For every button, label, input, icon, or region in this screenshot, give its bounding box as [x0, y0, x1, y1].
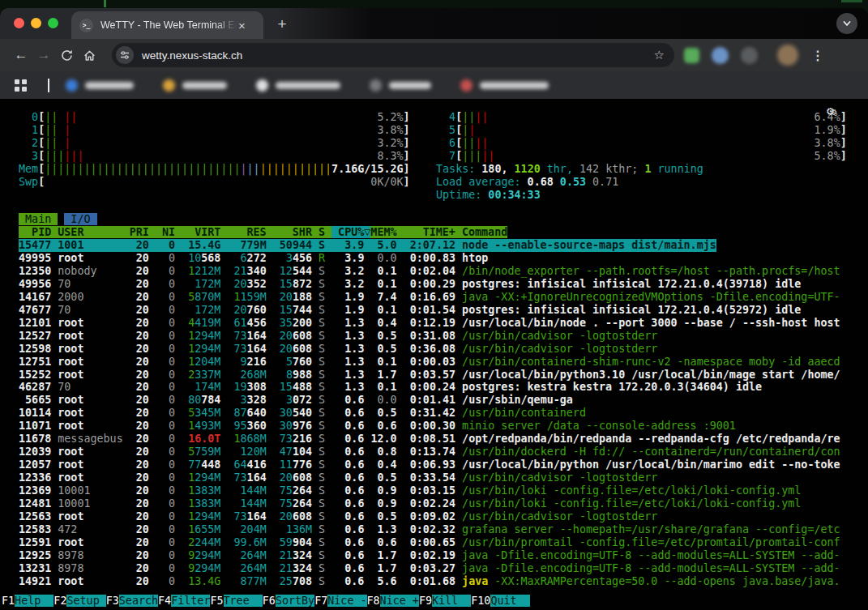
process-row-13231[interactable]: 13231 8978 20 0 9294M 264M 21324 S 0.6 1…	[19, 562, 840, 575]
profile-avatar[interactable]	[777, 45, 798, 66]
new-tab-button[interactable]: +	[271, 14, 293, 36]
sort-column-cpu[interactable]: CPU%▽	[331, 226, 370, 238]
browser-menu-icon[interactable]: ⋮	[811, 48, 824, 63]
uptime-line: Uptime: 00:34:33	[436, 189, 847, 202]
process-row-12598[interactable]: 12598 root 20 0 1294M 73164 20608 S 1.3 …	[19, 343, 657, 356]
process-row-10114[interactable]: 10114 root 20 0 5345M 87640 30540 S 0.6 …	[19, 407, 586, 420]
fkey-f8[interactable]: F8Nice +	[367, 595, 419, 607]
bookmark-label	[276, 82, 340, 89]
wallpaper-accent	[841, 0, 862, 2]
tab-close-icon[interactable]: ×	[238, 19, 246, 32]
bookmark-label	[85, 82, 134, 89]
fkey-f3[interactable]: F3Search	[106, 595, 158, 607]
htop-meters-left: 0[|| || 5.2%] 1[|| | 3.8%] 2[|| | 3.2%] …	[19, 111, 410, 189]
tab-strip: >_ WeTTY - The Web Terminal Em × +	[0, 8, 868, 39]
bookmark-label	[389, 82, 431, 89]
home-button[interactable]	[78, 44, 100, 66]
address-bar[interactable]: wetty.nexus-stack.ch ☆	[112, 43, 674, 67]
tune-icon	[120, 50, 130, 60]
fkey-f2[interactable]: F2Setup	[53, 595, 105, 607]
back-button[interactable]: ←	[10, 44, 32, 66]
apps-grid-icon[interactable]	[15, 79, 27, 92]
process-row-14167[interactable]: 14167 2000 20 0 5870M 1159M 20188 S 1.9 …	[19, 291, 840, 304]
bookmark-favicon-icon	[370, 79, 382, 92]
process-row-47677[interactable]: 47677 70 20 0 172M 20760 15744 S 1.9 0.1…	[19, 304, 801, 317]
browser-tab[interactable]: >_ WeTTY - The Web Terminal Em ×	[71, 11, 263, 39]
cpu-meter-1: 1[|| | 3.8%]	[19, 124, 410, 137]
process-row-14921[interactable]: 14921 root 20 0 13.4G 877M 25708 S 0.6 5…	[19, 575, 840, 588]
process-row-46287[interactable]: 46287 70 20 0 174M 19308 15488 S 1.3 0.1…	[19, 381, 762, 394]
htop-screen-tabs: Main I/O	[19, 213, 97, 226]
htop-tab-main[interactable]: Main	[19, 213, 58, 225]
cpu-meter-0: 0[|| || 5.2%]	[19, 111, 410, 124]
cpu-meter-7: 7[||||| 5.8%]	[436, 150, 847, 163]
reload-button[interactable]	[55, 44, 78, 66]
bookmark-item[interactable]	[256, 79, 340, 92]
url-text[interactable]: wetty.nexus-stack.ch	[142, 49, 654, 62]
process-row-12336[interactable]: 12336 root 20 0 1294M 73164 20608 S 0.6 …	[19, 471, 657, 484]
process-row-12481[interactable]: 12481 10001 20 0 1383M 144M 75264 S 0.6 …	[19, 497, 801, 510]
bookmark-star-icon[interactable]: ☆	[654, 48, 665, 62]
swap-meter: Swp[ 0K/0K]	[19, 176, 410, 189]
process-row-12350[interactable]: 12350 nobody 20 0 1212M 21340 12544 S 3.…	[19, 265, 840, 278]
bookmark-item[interactable]	[460, 79, 549, 92]
process-row-12369[interactable]: 12369 10001 20 0 1383M 144M 75264 S 0.6 …	[19, 484, 801, 497]
process-row-12583[interactable]: 12583 472 20 0 1655M 204M 136M S 0.6 1.3…	[19, 523, 840, 536]
process-row-5665[interactable]: 5665 root 20 0 80784 3328 3072 S 0.6 0.0…	[19, 394, 573, 407]
extensions-area	[684, 47, 758, 64]
process-row-12563[interactable]: 12563 root 20 0 1294M 73164 20608 S 0.6 …	[19, 510, 657, 523]
bookmarks-bar	[0, 71, 868, 99]
bookmark-label	[182, 82, 227, 89]
bookmark-item[interactable]	[66, 79, 134, 92]
fkey-f1[interactable]: F1Help	[2, 595, 53, 607]
window-close-button[interactable]	[14, 18, 24, 28]
htop-tab-io[interactable]: I/O	[64, 213, 96, 225]
reload-icon	[60, 49, 74, 62]
wetty-settings-icon[interactable]: ⚙⚙	[827, 105, 836, 119]
tab-title: WeTTY - The Web Terminal Em	[100, 19, 237, 31]
process-table: 15477 1001 20 0 15.4G 779M 50944 S 3.9 5…	[19, 239, 840, 588]
process-row-11071[interactable]: 11071 root 20 0 1493M 95360 30976 S 0.6 …	[19, 420, 736, 433]
extension-icon[interactable]	[712, 47, 729, 64]
bookmark-favicon-icon	[66, 79, 78, 92]
bookmark-favicon-icon	[256, 79, 268, 92]
process-table-header[interactable]: PID USER PRI NI VIRT RES SHR S CPU%▽MEM%…	[19, 226, 507, 239]
window-zoom-button[interactable]	[48, 18, 58, 28]
bookmark-favicon-icon	[163, 79, 175, 92]
cpu-meter-4: 4[|||| 6.4%]	[436, 111, 847, 124]
text-cursor	[48, 79, 49, 92]
fkey-f5[interactable]: F5Tree	[210, 595, 262, 607]
fkey-f10[interactable]: F10Quit	[471, 595, 529, 607]
load-average-line: Load average: 0.68 0.53 0.71	[436, 176, 847, 189]
bookmark-item[interactable]	[370, 79, 431, 92]
process-row-49995[interactable]: 49995 root 20 0 10568 6272 3456 R 3.9 0.…	[19, 252, 488, 265]
process-row-49956[interactable]: 49956 70 20 0 172M 20352 15872 S 3.2 0.1…	[19, 278, 801, 291]
bookmark-item[interactable]	[163, 79, 227, 92]
fkey-f9[interactable]: F9Kill	[419, 595, 471, 607]
forward-button[interactable]: →	[32, 44, 55, 66]
tab-search-button[interactable]	[836, 13, 857, 34]
extension-icon[interactable]	[684, 48, 699, 63]
process-row-12527[interactable]: 12527 root 20 0 1294M 73164 20608 S 1.3 …	[19, 330, 657, 343]
process-row-12039[interactable]: 12039 root 20 0 5759M 120M 47104 S 0.6 0…	[19, 446, 840, 459]
process-row-12751[interactable]: 12751 root 20 0 1204M 9216 5760 S 1.3 0.…	[19, 356, 840, 369]
process-row-12101[interactable]: 12101 root 20 0 4419M 61456 35200 S 1.3 …	[19, 317, 840, 330]
process-row-12925[interactable]: 12925 8978 20 0 9294M 264M 21324 S 0.6 1…	[19, 549, 840, 562]
process-row-15252[interactable]: 15252 root 20 0 2337M 268M 8988 S 1.3 1.…	[19, 369, 840, 382]
window-minimize-button[interactable]	[31, 18, 41, 28]
extension-icon[interactable]	[741, 47, 758, 64]
fkey-f4[interactable]: F4Filter	[158, 595, 210, 607]
function-key-bar: F1Help F2Setup F3SearchF4FilterF5Tree F6…	[2, 595, 530, 608]
cpu-meter-6: 6[|||| 3.8%]	[436, 137, 847, 150]
wetty-favicon-icon: >_	[79, 19, 93, 32]
wetty-terminal[interactable]: 0[|| || 5.2%] 1[|| | 3.8%] 2[|| | 3.2%] …	[0, 99, 868, 610]
process-row-12057[interactable]: 12057 root 20 0 77448 64416 11776 S 0.6 …	[19, 459, 840, 471]
site-info-button[interactable]	[116, 46, 134, 64]
process-row-11678[interactable]: 11678 messagebus 20 0 16.0T 1868M 73216 …	[19, 433, 840, 446]
process-row-15477[interactable]: 15477 1001 20 0 15.4G 779M 50944 S 3.9 5…	[19, 239, 716, 252]
process-row-12591[interactable]: 12591 root 20 0 2244M 99.6M 59904 S 0.6 …	[19, 536, 840, 549]
fkey-f7[interactable]: F7Nice -	[314, 595, 366, 607]
htop-meters-right: 4[|||| 6.4%] 5[|| 1.9%] 6[|||| 3.8%] 7[|…	[436, 111, 847, 202]
cpu-meter-5: 5[|| 1.9%]	[436, 124, 847, 137]
fkey-f6[interactable]: F6SortBy	[263, 595, 314, 607]
